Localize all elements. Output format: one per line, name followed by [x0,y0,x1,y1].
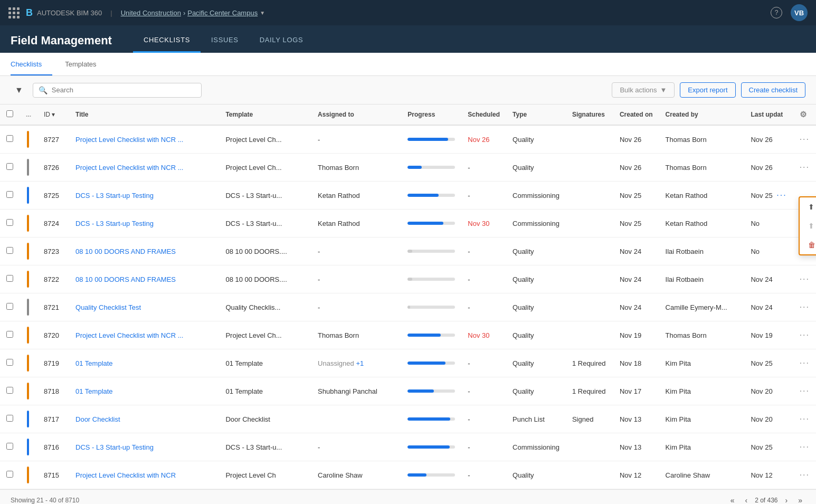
row-signatures [566,237,613,265]
row-action-dots[interactable]: ··· [800,358,810,367]
tab-issues[interactable]: ISSUES [201,28,249,53]
row-title[interactable]: 01 Template [69,377,219,405]
subtab-templates[interactable]: Templates [65,53,107,75]
search-input[interactable] [52,86,196,94]
row-checkbox[interactable] [6,191,13,198]
row-checkbox[interactable] [6,303,13,310]
th-template[interactable]: Template [219,104,311,125]
bulk-actions-button[interactable]: Bulk actions ▼ [612,82,675,98]
th-progress[interactable]: Progress [401,104,461,125]
th-assigned[interactable]: Assigned to [311,104,401,125]
tab-daily-logs[interactable]: DAILY LOGS [249,28,314,53]
row-title[interactable]: Project Level Checklist with NCR ... [69,154,219,182]
row-checkbox[interactable] [6,219,13,226]
tab-checklists[interactable]: CHECKLISTS [133,28,201,53]
row-action-dots[interactable]: ··· [800,414,810,423]
row-id[interactable]: 8720 [37,321,69,349]
row-title[interactable]: DCS - L3 Start-up Testing [69,182,219,210]
row-title[interactable]: 08 10 00 DOORS AND FRAMES [69,265,219,293]
row-id[interactable]: 8721 [37,293,69,321]
th-last-updated[interactable]: Last updat [744,104,793,125]
row-action-dots[interactable]: ··· [776,191,786,199]
row-action-dots[interactable]: ··· [800,274,810,283]
row-id[interactable]: 8724 [37,210,69,237]
filter-button[interactable]: ▼ [11,83,27,97]
row-progress [401,237,461,265]
row-id[interactable]: 8727 [37,125,69,154]
row-checkbox[interactable] [6,247,13,254]
row-action-dots[interactable]: ··· [800,302,810,311]
row-title[interactable]: 08 10 00 DOORS AND FRAMES [69,237,219,265]
row-scheduled: - [461,377,506,405]
row-action-dots[interactable]: ··· [800,135,810,144]
row-id[interactable]: 8726 [37,154,69,182]
first-page-button[interactable]: « [727,495,738,504]
export-report-button[interactable]: Export report [680,82,735,98]
row-checkbox[interactable] [6,331,13,338]
row-created-on: Nov 19 [613,321,659,349]
row-title[interactable]: DCS - L3 Start-up Testing [69,433,219,461]
row-checkbox[interactable] [6,471,13,478]
next-page-button[interactable]: › [782,495,791,504]
row-title[interactable]: Project Level Checklist with NCR ... [69,125,219,154]
row-checkbox[interactable] [6,135,13,142]
row-action-dots[interactable]: ··· [800,470,810,479]
th-type[interactable]: Type [506,104,566,125]
row-title[interactable]: DCS - L3 Start-up Testing [69,210,219,237]
row-id[interactable]: 8718 [37,377,69,405]
row-checkbox[interactable] [6,387,13,394]
th-id[interactable]: ID ▾ [37,104,69,125]
row-type: Quality [506,349,566,377]
select-all-checkbox[interactable] [6,110,13,117]
row-id[interactable]: 8716 [37,433,69,461]
row-created-on: Nov 25 [613,182,659,210]
row-signatures [566,154,613,182]
row-checkbox[interactable] [6,275,13,282]
row-title[interactable]: Quality Checklist Test [69,293,219,321]
row-created-on: Nov 12 [613,461,659,489]
row-last-updated: Nov 25 [744,433,793,461]
row-created-by: Ilai Rotbaein [659,237,745,265]
th-created-by[interactable]: Created by [659,104,745,125]
row-title[interactable]: 01 Template [69,349,219,377]
pagination: « ‹ 2 of 436 › » [727,495,805,504]
org-link[interactable]: United Construction [121,9,181,17]
th-scheduled[interactable]: Scheduled [461,104,506,125]
row-id[interactable]: 8717 [37,405,69,433]
user-avatar[interactable]: VB [791,4,808,21]
row-id[interactable]: 8722 [37,265,69,293]
row-assigned-to: - [311,237,401,265]
row-title[interactable]: Project Level Checklist with NCR [69,461,219,489]
settings-icon[interactable]: ⚙ [800,110,806,119]
row-checkbox[interactable] [6,359,13,366]
row-checkbox[interactable] [6,415,13,422]
grid-menu-icon[interactable] [8,7,20,18]
subtab-checklists[interactable]: Checklists [11,53,52,75]
th-created-on[interactable]: Created on [613,104,659,125]
row-action-dots[interactable]: ··· [800,386,810,395]
row-id[interactable]: 8719 [37,349,69,377]
row-id[interactable]: 8725 [37,182,69,210]
last-page-button[interactable]: » [795,495,805,504]
project-link[interactable]: Pacific Center Campus [187,9,258,17]
row-action-dots[interactable]: ··· [800,442,810,451]
row-checkbox[interactable] [6,443,13,450]
row-template: Project Level Ch... [219,154,311,182]
row-title[interactable]: Project Level Checklist with NCR ... [69,321,219,349]
row-created-on: Nov 13 [613,433,659,461]
menu-archive[interactable]: ⬆ Archive [800,197,816,216]
row-action-dots[interactable]: ··· [800,163,810,172]
th-title[interactable]: Title [69,104,219,125]
row-actions: ··· [793,154,816,182]
row-id[interactable]: 8715 [37,461,69,489]
row-title[interactable]: Door Checklist [69,405,219,433]
row-id[interactable]: 8723 [37,237,69,265]
th-signatures[interactable]: Signatures [566,104,613,125]
create-checklist-button[interactable]: Create checklist [741,82,805,98]
menu-delete[interactable]: 🗑 Delete [800,235,816,254]
help-icon[interactable]: ? [771,7,782,18]
prev-page-button[interactable]: ‹ [742,495,751,504]
row-checkbox[interactable] [6,163,13,170]
row-progress [401,265,461,293]
row-action-dots[interactable]: ··· [800,330,810,339]
